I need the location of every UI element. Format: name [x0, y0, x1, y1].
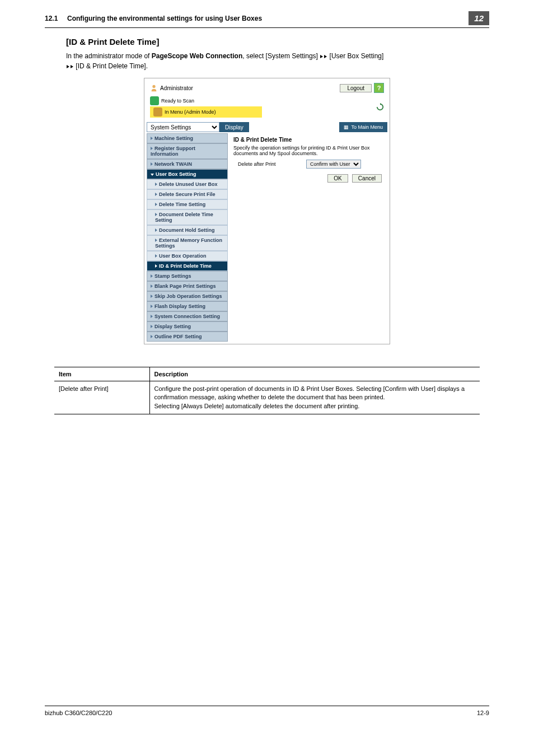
- sidebar-sub-delete-time[interactable]: Delete Time Setting: [147, 199, 228, 209]
- status-ready-icon: [150, 96, 159, 105]
- sidebar-sub-doc-hold[interactable]: Document Hold Setting: [147, 225, 228, 235]
- status-warn-label: In Menu (Admin Mode): [165, 109, 216, 115]
- triangle-icon: [324, 55, 327, 58]
- triangle-icon: [320, 55, 323, 58]
- grid-icon: ▦: [344, 124, 349, 130]
- table-header-item: Item: [54, 367, 149, 381]
- section-title: Configuring the environmental settings f…: [67, 15, 262, 22]
- table-header-desc: Description: [149, 367, 480, 381]
- statusbar: Ready to Scan In Menu (Admin Mode): [147, 95, 387, 119]
- status-warn-bar: In Menu (Admin Mode): [150, 106, 262, 118]
- footer-page: 12-9: [477, 710, 489, 716]
- sidebar-item-sys-conn[interactable]: System Connection Setting: [147, 311, 228, 321]
- sidebar-item-network-twain[interactable]: Network TWAIN: [147, 159, 228, 169]
- category-select[interactable]: System Settings: [147, 122, 219, 132]
- triangle-icon: [71, 65, 73, 68]
- panel-desc: Specify the operation settings for print…: [233, 145, 382, 156]
- nav-row: System Settings Display ▦ To Main Menu: [147, 122, 387, 132]
- sidebar-item-flash-display[interactable]: Flash Display Setting: [147, 301, 228, 311]
- screenshot-panel: Administrator Logout ? Ready to Scan In …: [144, 78, 390, 344]
- sidebar-item-display-setting[interactable]: Display Setting: [147, 321, 228, 332]
- table-cell-desc: Configure the post-print operation of do…: [149, 381, 480, 414]
- cancel-button[interactable]: Cancel: [352, 174, 382, 183]
- sidebar-sub-delete-unused[interactable]: Delete Unused User Box: [147, 179, 228, 189]
- section-no: 12.1: [45, 15, 58, 22]
- panel-title: ID & Print Delete Time: [233, 137, 382, 143]
- main-panel: ID & Print Delete Time Specify the opera…: [228, 133, 387, 342]
- sidebar-item-skip-job[interactable]: Skip Job Operation Settings: [147, 291, 228, 301]
- chapter-badge: 12: [469, 11, 489, 25]
- footer-model: bizhub C360/C280/C220: [45, 710, 112, 716]
- sidebar-item-outline-pdf[interactable]: Outline PDF Setting: [147, 332, 228, 342]
- status-ready-label: Ready to Scan: [161, 98, 194, 104]
- sidebar: Machine Setting Register Support Informa…: [147, 133, 228, 342]
- header-left: 12.1 Configuring the environmental setti…: [45, 15, 262, 22]
- triangle-icon: [67, 65, 69, 68]
- table-cell-item: [Delete after Print]: [54, 381, 149, 414]
- sidebar-item-register-support[interactable]: Register Support Information: [147, 143, 228, 159]
- table-row: [Delete after Print] Configure the post-…: [54, 381, 480, 414]
- sidebar-item-machine[interactable]: Machine Setting: [147, 133, 228, 143]
- display-button[interactable]: Display: [219, 122, 249, 132]
- sidebar-sub-doc-delete-time[interactable]: Document Delete Time Setting: [147, 209, 228, 225]
- page-desc: In the administrator mode of PageScope W…: [66, 51, 489, 71]
- role-label: Administrator: [160, 85, 193, 91]
- sidebar-sub-id-print-delete[interactable]: ID & Print Delete Time: [147, 261, 228, 271]
- refresh-icon[interactable]: [376, 103, 384, 111]
- admin-icon: [150, 84, 158, 92]
- sidebar-sub-delete-secure[interactable]: Delete Secure Print File: [147, 189, 228, 199]
- ok-button[interactable]: OK: [327, 174, 348, 183]
- sidebar-sub-ext-memory[interactable]: External Memory Function Settings: [147, 235, 228, 251]
- page-footer: bizhub C360/C280/C220 12-9: [45, 706, 489, 720]
- page-header: 12.1 Configuring the environmental setti…: [45, 11, 489, 28]
- warn-icon: [153, 108, 162, 116]
- description-table: Item Description [Delete after Print] Co…: [54, 367, 480, 414]
- page-title: [ID & Print Delete Time]: [66, 37, 489, 46]
- topbar: Administrator Logout ?: [147, 81, 387, 95]
- sidebar-sub-user-box-op[interactable]: User Box Operation: [147, 251, 228, 261]
- help-button[interactable]: ?: [374, 83, 384, 93]
- delete-after-print-label: Delete after Print: [233, 161, 306, 167]
- svg-point-0: [152, 85, 155, 88]
- sidebar-item-stamp[interactable]: Stamp Settings: [147, 271, 228, 281]
- main-menu-button[interactable]: ▦ To Main Menu: [339, 122, 387, 132]
- delete-after-print-select[interactable]: Confirm with User: [306, 160, 361, 169]
- sidebar-item-user-box[interactable]: User Box Setting: [147, 169, 228, 179]
- logout-button[interactable]: Logout: [340, 84, 372, 92]
- sidebar-item-blank-page[interactable]: Blank Page Print Settings: [147, 281, 228, 291]
